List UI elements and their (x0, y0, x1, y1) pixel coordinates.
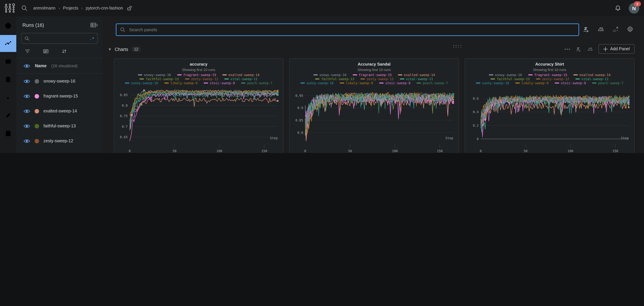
rail-item-table[interactable] (0, 53, 16, 70)
legend-item-sunny-sweep-10[interactable]: sunny-sweep-10 (476, 81, 509, 85)
run-name[interactable]: exalted-sweep-14 (44, 109, 77, 113)
legend-item-exalted-sweep-14[interactable]: exalted-sweep-14 (222, 73, 260, 77)
legend-item-stoic-sweep-8[interactable]: stoic-sweep-8 (204, 81, 235, 85)
legend-item-zesty-sweep-12[interactable]: zesty-sweep-12 (185, 77, 218, 81)
run-row-fragrant-sweep-15[interactable]: fragrant-sweep-15 (16, 89, 102, 104)
runs-list-header[interactable]: Name (16 visualized) (16, 58, 102, 74)
visibility-eye-icon[interactable] (24, 109, 30, 114)
legend-item-likely-sweep-9[interactable]: likely-sweep-9 (164, 81, 198, 85)
filter-icon[interactable] (24, 48, 30, 54)
legend-swatch (554, 83, 559, 84)
rail-item-clipboard[interactable] (0, 71, 16, 88)
breadcrumb-projects[interactable]: Projects (63, 6, 78, 11)
legend-item-exalted-sweep-14[interactable]: exalted-sweep-14 (574, 73, 610, 77)
section-drag-handle-icon[interactable] (453, 45, 462, 48)
legend-item-snowy-sweep-16[interactable]: snowy-sweep-16 (489, 73, 522, 77)
chevron-down-icon[interactable]: ▼ (108, 47, 112, 51)
chart-panel[interactable]: Accuracy Shirt Showing first 10 runs sno… (465, 58, 634, 153)
search-panels-box[interactable] (116, 24, 579, 36)
run-row-exalted-sweep-14[interactable]: exalted-sweep-14 (16, 104, 102, 119)
legend-item-fragrant-sweep-15[interactable]: fragrant-sweep-15 (528, 73, 567, 77)
legend-item-exalted-sweep-14[interactable]: exalted-sweep-14 (398, 73, 435, 77)
legend-item-sunny-sweep-10[interactable]: sunny-sweep-10 (300, 81, 334, 85)
rail-item-database[interactable] (0, 125, 16, 142)
chart-plot[interactable]: 0.80.850.90.95050100150Step (294, 86, 455, 153)
rail-item-broom[interactable] (0, 89, 16, 106)
list-icon[interactable] (43, 48, 49, 54)
run-name[interactable]: fragrant-sweep-15 (44, 94, 78, 99)
legend-item-zesty-sweep-12[interactable]: zesty-sweep-12 (536, 77, 569, 81)
outliers-icon[interactable] (612, 26, 619, 33)
notifications-bell-icon[interactable] (614, 5, 621, 12)
legend-swatch (185, 79, 189, 80)
chart-plot[interactable]: 00.20.40.6050100150Step (469, 86, 631, 153)
legend-item-fragrant-sweep-15[interactable]: fragrant-sweep-15 (177, 73, 216, 77)
legend-item-snowy-sweep-16[interactable]: snowy-sweep-16 (313, 73, 346, 77)
legend-item-likely-sweep-9[interactable]: likely-sweep-9 (515, 81, 548, 85)
run-color-dot (35, 94, 39, 98)
legend-item-stoic-sweep-8[interactable]: stoic-sweep-8 (379, 81, 410, 85)
legend-item-vital-sweep-11[interactable]: vital-sweep-11 (224, 77, 258, 81)
run-name[interactable]: faithful-sweep-13 (44, 124, 76, 128)
legend-item-faithful-sweep-13[interactable]: faithful-sweep-13 (491, 77, 530, 81)
smoothing-icon[interactable] (587, 46, 594, 52)
more-icon[interactable] (564, 46, 570, 52)
run-row-vital-sweep-11[interactable]: vital-sweep-11 (16, 148, 102, 153)
chart-title: Accuracy Sandal (290, 62, 459, 67)
rail-item-rocket[interactable] (0, 107, 16, 124)
legend-item-stoic-sweep-8[interactable]: stoic-sweep-8 (554, 81, 586, 85)
visibility-eye-icon[interactable] (24, 94, 30, 99)
search-panels-input[interactable] (128, 27, 575, 33)
smoothing-icon[interactable] (597, 26, 604, 33)
settings-icon[interactable] (626, 26, 634, 33)
legend-item-fragrant-sweep-15[interactable]: fragrant-sweep-15 (352, 73, 392, 77)
runs-search-box[interactable]: .* (21, 33, 98, 44)
visibility-eye-icon[interactable] (24, 63, 30, 69)
run-row-faithful-sweep-13[interactable]: faithful-sweep-13 (16, 119, 102, 133)
legend-swatch (515, 83, 520, 84)
regex-toggle-icon[interactable]: .* (89, 36, 94, 41)
legend-item-faithful-sweep-13[interactable]: faithful-sweep-13 (315, 77, 354, 81)
legend-item-zesty-sweep-12[interactable]: zesty-sweep-12 (360, 77, 394, 81)
x-axis-icon[interactable]: x (582, 26, 590, 33)
runs-search-input[interactable] (32, 36, 87, 41)
rail-item-line-chart[interactable] (0, 35, 16, 52)
breadcrumb-user[interactable]: anmolmann (33, 6, 56, 11)
add-panel-button[interactable]: Add Panel (599, 44, 634, 54)
legend-item-sunny-sweep-10[interactable]: sunny-sweep-10 (125, 81, 158, 85)
legend-item-likely-sweep-9[interactable]: likely-sweep-9 (340, 81, 373, 85)
rail-item-info[interactable] (0, 17, 16, 34)
notification-badge: 2 (634, 1, 641, 6)
charts-section-header[interactable]: ▼ Charts 12 (108, 47, 141, 52)
legend-item-peach-sweep-7[interactable]: peach-sweep-7 (241, 81, 272, 85)
breadcrumb-project-name[interactable]: pytorch-cnn-fashion (86, 6, 123, 11)
run-row-zesty-sweep-12[interactable]: zesty-sweep-12 (16, 133, 102, 148)
x-axis-icon[interactable]: x (576, 46, 582, 52)
legend-swatch (241, 83, 246, 84)
visibility-eye-icon[interactable] (24, 79, 30, 84)
global-search-icon[interactable] (21, 5, 28, 12)
legend-item-vital-sweep-11[interactable]: vital-sweep-11 (400, 77, 433, 81)
breadcrumb-separator: › (58, 6, 60, 11)
legend-item-faithful-sweep-13[interactable]: faithful-sweep-13 (140, 77, 179, 81)
legend-item-snowy-sweep-16[interactable]: snowy-sweep-16 (138, 73, 171, 77)
visibility-eye-icon[interactable] (24, 123, 30, 129)
legend-item-vital-sweep-11[interactable]: vital-sweep-11 (575, 77, 608, 81)
visibility-eye-icon[interactable] (24, 138, 30, 143)
app-window: anmolmann › Projects › pytorch-cnn-fashi… (0, 0, 644, 153)
run-row-snowy-sweep-16[interactable]: snowy-sweep-16 (16, 74, 102, 89)
chart-title: accuracy (114, 62, 283, 67)
wandb-logo-icon[interactable] (4, 3, 16, 13)
avatar[interactable]: N 2 (629, 3, 639, 14)
svg-text:Step: Step (446, 136, 453, 140)
chart-panel[interactable]: accuracy Showing first 10 runs snowy-swe… (114, 58, 284, 153)
legend-swatch (222, 74, 227, 76)
chart-panel[interactable]: Accuracy Sandal Showing first 10 runs sn… (289, 58, 459, 153)
runs-table-expand-icon[interactable] (90, 22, 98, 28)
legend-item-peach-sweep-7[interactable]: peach-sweep-7 (416, 81, 448, 85)
sort-icon[interactable] (61, 48, 67, 54)
chart-plot[interactable]: 0.650.70.750.80.85050100150Step (118, 86, 280, 153)
legend-item-peach-sweep-7[interactable]: peach-sweep-7 (592, 81, 624, 85)
run-name[interactable]: zesty-sweep-12 (44, 139, 73, 143)
run-name[interactable]: snowy-sweep-16 (44, 79, 75, 84)
